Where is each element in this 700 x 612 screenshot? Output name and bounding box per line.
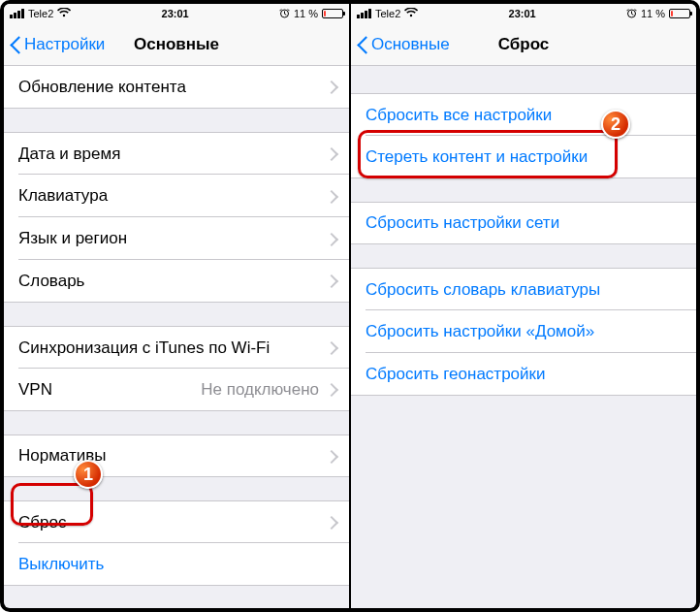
group-content-update: Обновление контента [4, 66, 349, 109]
status-right: 11 % [279, 8, 343, 20]
status-bar: Tele2 23:01 11 % [351, 4, 696, 23]
chevron-right-icon [327, 81, 334, 93]
row-label: Синхронизация с iTunes по Wi-Fi [18, 338, 327, 358]
status-bar: Tele2 23:01 11 % [4, 4, 349, 23]
row-reset-location[interactable]: Сбросить геонастройки [351, 353, 696, 396]
status-left: Tele2 [357, 8, 418, 19]
group-datetime: Дата и время Клавиатура Язык и регион Сл… [4, 132, 349, 303]
content: Обновление контента Дата и время Клавиат… [4, 66, 349, 608]
battery-icon [669, 9, 690, 18]
row-reset-network[interactable]: Сбросить настройки сети [351, 202, 696, 244]
chevron-right-icon [327, 233, 334, 245]
chevron-left-icon [357, 35, 368, 54]
back-button[interactable]: Настройки [10, 35, 105, 54]
chevron-left-icon [10, 35, 21, 54]
nav-bar: Основные Сброс [351, 23, 696, 66]
row-label: Сбросить настройки «Домой» [366, 322, 682, 341]
back-label: Основные [371, 35, 450, 54]
row-label: Сбросить все настройки [366, 106, 682, 125]
row-date-time[interactable]: Дата и время [4, 132, 349, 175]
battery-pct: 11 % [294, 8, 318, 19]
carrier-label: Tele2 [28, 8, 53, 19]
status-left: Tele2 [10, 8, 71, 19]
row-label: Выключить [18, 555, 334, 574]
group-reset-network: Сбросить настройки сети [351, 202, 696, 244]
back-label: Настройки [24, 35, 105, 54]
row-label: Сбросить настройки сети [366, 213, 682, 233]
status-time: 23:01 [418, 8, 626, 19]
row-dictionary[interactable]: Словарь [4, 260, 349, 303]
row-label: Нормативы [18, 446, 327, 466]
group-reset-other: Сбросить словарь клавиатуры Сбросить нас… [351, 268, 696, 396]
signal-icon [357, 9, 371, 18]
status-time: 23:01 [71, 8, 279, 19]
row-label: Сброс [18, 513, 327, 532]
row-label: Клавиатура [18, 186, 327, 206]
chevron-right-icon [327, 147, 334, 160]
content: Сбросить все настройки Стереть контент и… [351, 66, 696, 608]
row-lang-region[interactable]: Язык и регион [4, 217, 349, 260]
chevron-right-icon [327, 516, 334, 529]
row-itunes-wifi[interactable]: Синхронизация с iTunes по Wi-Fi [4, 326, 349, 369]
alarm-icon [626, 8, 637, 20]
row-value: Не подключено [201, 380, 319, 400]
phone-right: Tele2 23:01 11 % Основные Сброс [351, 4, 696, 608]
row-label: Сбросить геонастройки [366, 365, 682, 384]
group-reset: Сброс Выключить [4, 500, 349, 586]
status-right: 11 % [626, 8, 690, 20]
row-shutdown[interactable]: Выключить [4, 543, 349, 586]
battery-icon [322, 9, 343, 18]
row-reset-keyboard[interactable]: Сбросить словарь клавиатуры [351, 268, 696, 310]
row-reset[interactable]: Сброс [4, 500, 349, 543]
row-content-update[interactable]: Обновление контента [4, 66, 349, 109]
signal-icon [10, 9, 24, 18]
chevron-right-icon [327, 450, 334, 463]
wifi-icon [57, 8, 71, 19]
chevron-right-icon [327, 341, 334, 354]
alarm-icon [279, 8, 290, 20]
row-label: Сбросить словарь клавиатуры [366, 280, 682, 300]
row-reset-all[interactable]: Сбросить все настройки [351, 93, 696, 136]
chevron-right-icon [327, 383, 334, 396]
wifi-icon [404, 8, 418, 19]
row-label: Язык и регион [18, 229, 327, 248]
row-label: Обновление контента [18, 78, 327, 97]
screenshot-frame: Tele2 23:01 11 % Настройки Основные [0, 0, 700, 612]
chevron-right-icon [327, 190, 334, 203]
row-regulatory[interactable]: Нормативы [4, 435, 349, 477]
row-label: Словарь [18, 272, 327, 291]
phone-left: Tele2 23:01 11 % Настройки Основные [4, 4, 349, 608]
nav-bar: Настройки Основные [4, 23, 349, 66]
battery-pct: 11 % [641, 8, 665, 19]
chevron-right-icon [327, 274, 334, 287]
row-erase-all[interactable]: Стереть контент и настройки [351, 136, 696, 178]
group-reset-main: Сбросить все настройки Стереть контент и… [351, 93, 696, 178]
group-sync: Синхронизация с iTunes по Wi-Fi VPN Не п… [4, 326, 349, 411]
carrier-label: Tele2 [375, 8, 400, 19]
row-label: VPN [18, 380, 201, 400]
group-regulatory: Нормативы [4, 435, 349, 477]
back-button[interactable]: Основные [357, 35, 450, 54]
row-label: Дата и время [18, 145, 327, 164]
row-vpn[interactable]: VPN Не подключено [4, 369, 349, 411]
row-reset-home[interactable]: Сбросить настройки «Домой» [351, 310, 696, 353]
row-label: Стереть контент и настройки [366, 147, 682, 167]
row-keyboard[interactable]: Клавиатура [4, 175, 349, 217]
